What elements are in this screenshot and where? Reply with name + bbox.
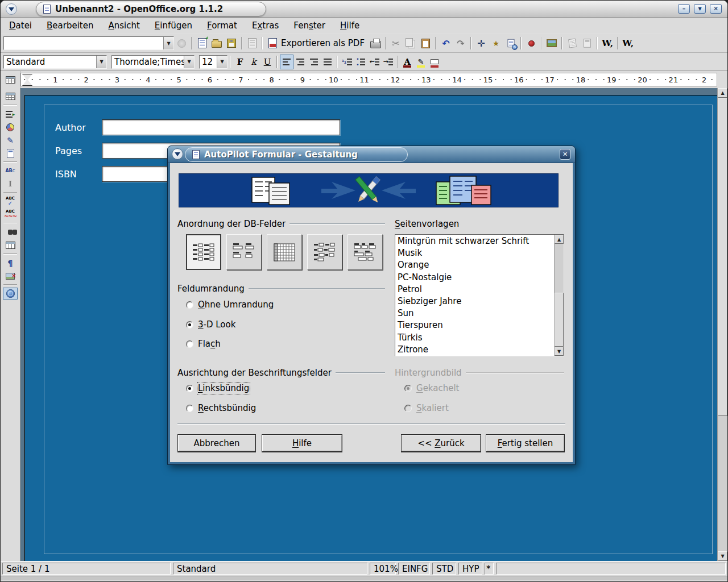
justify-icon[interactable]: [321, 55, 334, 69]
layout-columns-labels-top-button[interactable]: [226, 234, 262, 270]
menu-item[interactable]: Ansicht: [101, 19, 147, 32]
form-functions-icon[interactable]: [3, 147, 18, 159]
underline-icon[interactable]: U: [260, 55, 274, 69]
align-left-icon[interactable]: [280, 55, 293, 69]
mail-icon[interactable]: [565, 36, 580, 51]
scroll-down-icon[interactable]: ▼: [555, 347, 564, 356]
scroll-up-icon[interactable]: ▲: [718, 88, 727, 98]
export-pdf-icon[interactable]: [265, 36, 280, 51]
status-page[interactable]: Seite 1 / 1: [2, 563, 171, 575]
list-item[interactable]: Siebziger Jahre: [398, 296, 554, 307]
increase-indent-icon[interactable]: →: [381, 55, 395, 69]
record-macro-icon[interactable]: [524, 36, 539, 51]
insert-index-icon[interactable]: I: [3, 178, 18, 190]
radio-icon[interactable]: [186, 301, 193, 309]
dialog-titlebar[interactable]: AutoPilot Formular - Gestaltung ✕: [168, 146, 575, 163]
size-dropdown-button[interactable]: ▼: [217, 56, 227, 68]
menu-item[interactable]: Fenster: [286, 19, 333, 32]
status-hyperlink-mode[interactable]: HYP: [458, 563, 482, 575]
font-dropdown-button[interactable]: ▼: [184, 56, 194, 68]
finish-button[interactable]: Fertig stellen: [486, 434, 565, 452]
cancel-button[interactable]: Abbrechen: [177, 434, 256, 452]
back-button[interactable]: << Zurück: [401, 434, 481, 452]
edit-file-icon[interactable]: [245, 36, 259, 51]
gallery-icon[interactable]: [544, 36, 559, 51]
scroll-up-icon[interactable]: ▲: [555, 235, 564, 244]
status-modified-flag[interactable]: *: [485, 563, 494, 575]
list-item[interactable]: Zitrone: [398, 344, 554, 356]
form-field-input[interactable]: [102, 119, 340, 135]
autopilot-icon[interactable]: ★: [489, 36, 503, 51]
undo-icon[interactable]: ↶: [439, 36, 453, 51]
menu-item[interactable]: Datei: [2, 19, 39, 32]
cut-icon[interactable]: ✂: [388, 36, 403, 51]
paragraph-style-combo[interactable]: Standard ▼: [3, 55, 107, 69]
font-size-combo[interactable]: 12 ▼: [199, 55, 228, 69]
graphics-toggle-icon[interactable]: [3, 270, 18, 282]
minimize-button[interactable]: –: [678, 4, 690, 14]
align-right-icon[interactable]: [307, 55, 321, 69]
maximize-button[interactable]: ▼: [694, 4, 706, 14]
layout-columns-labels-left-button[interactable]: [186, 234, 221, 270]
menu-item[interactable]: Bearbeiten: [39, 19, 101, 32]
font-color-icon[interactable]: A: [400, 55, 414, 69]
word-doc-icon[interactable]: W,: [600, 36, 615, 51]
open-icon[interactable]: [209, 36, 224, 51]
navigator-icon[interactable]: ✛: [474, 36, 489, 51]
font-name-combo[interactable]: Thorndale;Times ▼: [111, 55, 195, 69]
scrollbar-thumb[interactable]: [555, 293, 564, 347]
radio-icon[interactable]: [186, 321, 193, 329]
new-document-icon[interactable]: [195, 36, 209, 51]
status-zoom[interactable]: 101%: [370, 563, 396, 575]
page-styles-listbox[interactable]: Mintgrün mit schwarzer SchriftMusikOrang…: [395, 234, 564, 356]
list-item[interactable]: Sun: [398, 307, 554, 319]
list-item[interactable]: Tierspuren: [398, 319, 554, 331]
insert-fields-icon[interactable]: ▸: [3, 108, 18, 120]
style-dropdown-button[interactable]: ▼: [96, 56, 106, 68]
radio-icon[interactable]: [186, 405, 193, 412]
italic-icon[interactable]: k: [247, 55, 260, 69]
menu-item[interactable]: Format: [200, 19, 245, 32]
layout-blocks-labels-top-button[interactable]: [348, 234, 383, 270]
stop-icon[interactable]: [174, 36, 189, 51]
layout-blocks-labels-left-button[interactable]: [307, 234, 342, 270]
paste-icon[interactable]: [418, 36, 433, 51]
highlighting-icon[interactable]: ✎: [414, 55, 428, 69]
print-icon[interactable]: [368, 36, 383, 51]
window-menu-button[interactable]: [6, 3, 17, 15]
bullet-list-icon[interactable]: ••: [354, 55, 367, 69]
menu-item[interactable]: Extras: [245, 19, 286, 32]
dialog-menu-button[interactable]: [172, 148, 183, 160]
insert-table-icon[interactable]: [6, 76, 15, 84]
redo-icon[interactable]: ↷: [453, 36, 468, 51]
list-item[interactable]: Musik: [398, 247, 554, 259]
list-item[interactable]: Türkis: [398, 332, 554, 344]
list-item[interactable]: Petrol: [398, 284, 554, 296]
menu-item[interactable]: Einfügen: [147, 19, 200, 32]
decrease-indent-icon[interactable]: ←: [367, 55, 381, 69]
background-color-icon[interactable]: [428, 55, 441, 69]
copy-icon[interactable]: [403, 36, 418, 51]
radio-flat[interactable]: Flach: [186, 339, 221, 349]
status-insert-mode[interactable]: EINFG: [398, 563, 430, 575]
menu-item[interactable]: Hilfe: [333, 19, 367, 32]
save-icon[interactable]: [224, 36, 239, 51]
radio-3d-look[interactable]: 3-D Look: [186, 319, 235, 330]
autotext-icon[interactable]: ABC: [3, 165, 18, 177]
spellcheck-icon[interactable]: ABC✓: [3, 196, 18, 207]
radio-icon[interactable]: [186, 340, 193, 348]
align-center-icon[interactable]: [293, 55, 307, 69]
help-button[interactable]: Hilfe: [262, 434, 342, 452]
radio-icon[interactable]: [186, 385, 193, 392]
layout-as-datasheet-button[interactable]: [267, 234, 302, 270]
url-combo[interactable]: ▼: [3, 36, 174, 50]
word-doc-alt-icon[interactable]: W,: [621, 36, 635, 51]
insert-table-icon[interactable]: [3, 90, 18, 102]
nonprinting-characters-icon[interactable]: ¶: [3, 257, 18, 269]
list-item[interactable]: PC-Nostalgie: [398, 272, 554, 284]
insert-object-icon[interactable]: [3, 121, 18, 133]
data-sources-icon[interactable]: [3, 239, 18, 251]
bold-icon[interactable]: F: [233, 55, 247, 69]
find-icon[interactable]: [3, 226, 18, 238]
dialog-close-icon[interactable]: ✕: [560, 149, 570, 160]
